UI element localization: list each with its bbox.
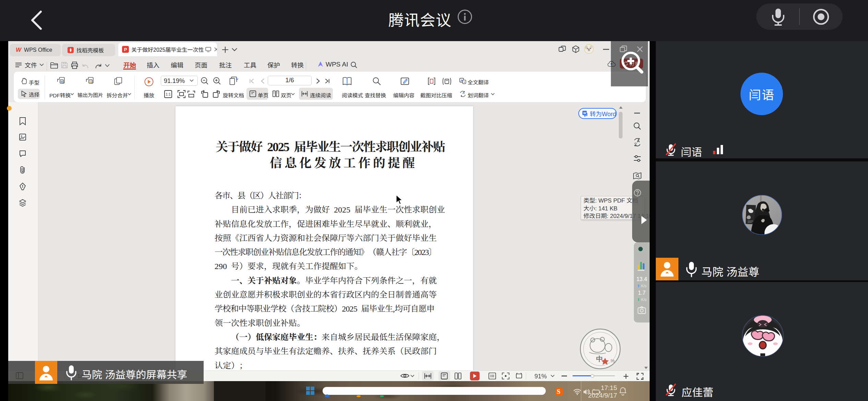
svg-text:x: x [463,81,465,84]
svg-text:A: A [462,91,465,95]
svg-text:A: A [637,139,640,143]
svg-text:W: W [583,111,586,115]
svg-text:文: 文 [634,142,637,146]
svg-text:x: x [461,94,462,97]
svg-text:W: W [61,81,63,83]
svg-text:中: 中 [596,355,603,363]
svg-text:1:1: 1:1 [166,92,171,96]
svg-text:P: P [124,47,127,52]
svg-text:%: % [611,358,615,364]
svg-text:z: z [624,387,626,391]
